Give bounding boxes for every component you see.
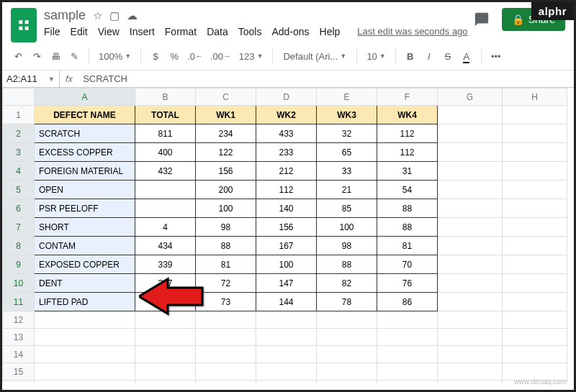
- cell[interactable]: 21: [317, 181, 377, 199]
- cell[interactable]: 156: [196, 162, 256, 181]
- cell[interactable]: 339: [135, 255, 196, 274]
- cell[interactable]: 73: [196, 293, 256, 311]
- select-all-corner[interactable]: [3, 88, 35, 106]
- row-header[interactable]: 1: [3, 106, 35, 124]
- cell[interactable]: 100: [196, 199, 256, 218]
- col-header[interactable]: D: [256, 88, 317, 106]
- font-select[interactable]: Default (Ari...▼: [279, 47, 351, 65]
- cell[interactable]: [503, 199, 567, 218]
- cell[interactable]: [503, 124, 567, 143]
- cell[interactable]: TOTAL: [135, 106, 196, 124]
- cell[interactable]: 85: [317, 199, 377, 218]
- cell[interactable]: DENT: [35, 274, 135, 293]
- menu-file[interactable]: File: [44, 26, 60, 37]
- cell[interactable]: [438, 237, 503, 255]
- currency-button[interactable]: $: [147, 47, 164, 65]
- cell[interactable]: 72: [196, 274, 256, 293]
- cell[interactable]: [438, 106, 503, 124]
- col-header[interactable]: C: [196, 88, 256, 106]
- row-header[interactable]: 7: [3, 218, 35, 237]
- cell[interactable]: CONTAM: [35, 237, 135, 255]
- cell[interactable]: [503, 218, 567, 237]
- menu-view[interactable]: View: [98, 26, 120, 37]
- star-icon[interactable]: ☆: [93, 9, 102, 22]
- cell[interactable]: 167: [256, 237, 317, 255]
- sheets-logo[interactable]: [11, 8, 37, 42]
- row-header[interactable]: 13: [3, 329, 35, 346]
- percent-button[interactable]: %: [166, 47, 183, 65]
- cell[interactable]: [503, 162, 567, 181]
- cell[interactable]: 88: [196, 237, 256, 255]
- name-box[interactable]: A2:A11▼: [2, 70, 60, 87]
- col-header[interactable]: H: [503, 88, 567, 106]
- cell[interactable]: 112: [377, 124, 438, 143]
- cell[interactable]: 81: [377, 237, 438, 255]
- cell[interactable]: 234: [196, 124, 256, 143]
- row-header[interactable]: 8: [3, 237, 35, 255]
- cell[interactable]: 433: [256, 124, 317, 143]
- cell[interactable]: [438, 181, 503, 199]
- col-header[interactable]: G: [438, 88, 503, 106]
- italic-button[interactable]: I: [420, 47, 438, 65]
- col-header[interactable]: A: [35, 88, 135, 106]
- col-header[interactable]: F: [377, 88, 438, 106]
- row-header[interactable]: 3: [3, 143, 35, 162]
- cell[interactable]: [503, 255, 567, 274]
- cell[interactable]: [503, 293, 567, 311]
- menu-addons[interactable]: Add-ons: [271, 26, 309, 37]
- row-header[interactable]: 14: [3, 346, 35, 363]
- font-size-select[interactable]: 10▼: [363, 47, 389, 65]
- cell[interactable]: 400: [135, 143, 196, 162]
- cell[interactable]: 811: [135, 124, 196, 143]
- cell[interactable]: 144: [256, 293, 317, 311]
- cell[interactable]: 212: [256, 162, 317, 181]
- row-header[interactable]: 5: [3, 181, 35, 199]
- cell[interactable]: 432: [135, 162, 196, 181]
- cell[interactable]: WK2: [256, 106, 317, 124]
- cell[interactable]: 88: [377, 218, 438, 237]
- row-header[interactable]: 6: [3, 199, 35, 218]
- cell[interactable]: 112: [256, 181, 317, 199]
- cell[interactable]: 98: [196, 218, 256, 237]
- row-header[interactable]: 12: [3, 311, 35, 329]
- cell[interactable]: [438, 124, 503, 143]
- row-header[interactable]: 9: [3, 255, 35, 274]
- formula-bar[interactable]: [78, 70, 574, 87]
- cell[interactable]: 88: [377, 199, 438, 218]
- cell[interactable]: [438, 199, 503, 218]
- cell[interactable]: OPEN: [35, 181, 135, 199]
- cell[interactable]: [503, 181, 567, 199]
- cell[interactable]: [35, 363, 135, 380]
- menu-format[interactable]: Format: [165, 26, 197, 37]
- cell[interactable]: 4: [135, 218, 196, 237]
- row-header[interactable]: 15: [3, 363, 35, 380]
- cell[interactable]: [503, 143, 567, 162]
- cell[interactable]: 156: [256, 218, 317, 237]
- undo-button[interactable]: ↶: [9, 47, 27, 65]
- cell[interactable]: LIFTED PAD: [35, 293, 135, 311]
- cell[interactable]: [35, 380, 135, 383]
- cell[interactable]: [135, 181, 196, 199]
- zoom-select[interactable]: 100%▼: [95, 47, 135, 65]
- cell[interactable]: 86: [377, 293, 438, 311]
- menu-insert[interactable]: Insert: [130, 26, 155, 37]
- cell[interactable]: 82: [317, 274, 377, 293]
- menu-tools[interactable]: Tools: [238, 26, 262, 37]
- redo-button[interactable]: ↷: [28, 47, 45, 65]
- cell[interactable]: 100: [256, 255, 317, 274]
- row-header[interactable]: 16: [3, 380, 35, 383]
- paint-format-button[interactable]: ✎: [66, 47, 83, 65]
- cell[interactable]: [438, 293, 503, 311]
- cell[interactable]: 88: [317, 255, 377, 274]
- spreadsheet-grid[interactable]: A B C D E F G H 1 DEFECT NAME TOTAL WK1 …: [2, 88, 574, 383]
- cell[interactable]: [438, 143, 503, 162]
- cell[interactable]: 233: [256, 143, 317, 162]
- cell[interactable]: 140: [256, 199, 317, 218]
- row-header[interactable]: 11: [3, 293, 35, 311]
- cell[interactable]: 100: [317, 218, 377, 237]
- cell[interactable]: 98: [317, 237, 377, 255]
- cell[interactable]: 81: [196, 255, 256, 274]
- cell[interactable]: EXCESS COPPER: [35, 143, 135, 162]
- cell[interactable]: 33: [317, 162, 377, 181]
- increase-decimal-button[interactable]: .00→: [207, 47, 234, 65]
